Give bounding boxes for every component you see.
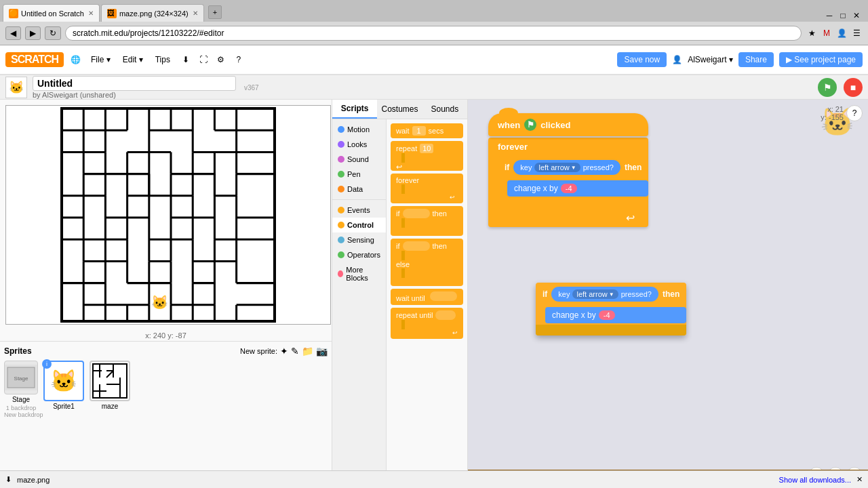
change-x2-block[interactable]: change x by -4	[545, 307, 686, 323]
sprites-panel: Sprites New sprite: ✦ ✎ 📁 📷	[0, 341, 332, 488]
category-data[interactable]: Data	[332, 182, 386, 197]
close-window-icon[interactable]: ✕	[850, 9, 863, 22]
category-operators-label: Operators	[347, 251, 380, 259]
browser-chrome: 🟠 Untitled on Scratch ✕ 🖼 maze.png (324×…	[0, 0, 868, 45]
repeat-input[interactable]: 10	[420, 144, 433, 153]
stop-button[interactable]: ■	[844, 78, 863, 97]
globe-icon[interactable]: 🌐	[69, 54, 81, 66]
category-control[interactable]: Control	[332, 218, 386, 232]
maze-sprite-item[interactable]: maze	[90, 361, 130, 411]
see-project-button[interactable]: ▶ See project page	[779, 52, 863, 67]
change-x2-value[interactable]: -4	[599, 310, 615, 320]
share-button[interactable]: Share	[738, 52, 774, 67]
key2-condition[interactable]: key left arrow ▼ pressed?	[551, 287, 658, 302]
category-events[interactable]: Events	[332, 203, 386, 218]
forever-end: ↩	[396, 194, 458, 201]
project-info: by AlSweigart (unshared)	[33, 76, 236, 99]
forever-script-block[interactable]: forever if key left arrow	[488, 138, 648, 227]
category-operators[interactable]: Operators	[332, 247, 386, 262]
file-menu[interactable]: File ▾	[87, 53, 115, 66]
bookmark-icon[interactable]: ★	[806, 27, 818, 39]
sprites-title: Sprites	[4, 346, 32, 356]
forward-button[interactable]: ▶	[25, 26, 41, 40]
sprite-version: v367	[244, 83, 259, 92]
tab-sounds[interactable]: Sounds	[422, 100, 467, 119]
dropdown-arrow-icon: ▼	[571, 165, 576, 171]
download-icon[interactable]: ⬇	[180, 54, 192, 66]
new-tab-button[interactable]: +	[208, 5, 222, 19]
help-scripts-button[interactable]: ?	[846, 105, 863, 121]
save-button[interactable]: Save now	[617, 52, 667, 67]
camera-sprite-icon[interactable]: 📷	[316, 346, 328, 357]
if-else-block[interactable]: if then else	[391, 239, 463, 286]
sprites-header: Sprites New sprite: ✦ ✎ 📁 📷	[4, 346, 328, 357]
help-icon[interactable]: ?	[233, 54, 245, 66]
if2-script-label: if	[542, 289, 547, 299]
toolbar-icons: ★ M 👤 ☰	[806, 27, 863, 39]
wait-until-block[interactable]: wait until	[391, 289, 463, 305]
wait-input[interactable]: 1	[412, 126, 426, 136]
tab-scratch-close[interactable]: ✕	[88, 9, 94, 17]
edit-menu[interactable]: Edit ▾	[119, 53, 147, 66]
reload-button[interactable]: ↻	[45, 26, 61, 40]
repeat-block[interactable]: repeat 10 ↩	[391, 141, 463, 171]
category-sensing[interactable]: Sensing	[332, 232, 386, 247]
forever-block[interactable]: forever ↩	[391, 174, 463, 203]
scripts-canvas[interactable]: when ⚑ clicked forever if	[468, 100, 868, 488]
forever-script-label: forever	[498, 142, 528, 152]
back-button[interactable]: ◀	[5, 26, 21, 40]
change-x-value[interactable]: -4	[561, 184, 577, 193]
coords-display: x: 21 y: -155	[821, 105, 844, 121]
menu-icon[interactable]: ☰	[850, 27, 863, 39]
mail-icon[interactable]: M	[821, 27, 833, 39]
key2-dropdown[interactable]: left arrow ▼	[572, 289, 618, 299]
change-x-block[interactable]: change x by -4	[507, 180, 648, 197]
category-pen[interactable]: Pen	[332, 167, 386, 182]
upload-sprite-icon[interactable]: 📁	[302, 346, 313, 357]
key-label: key	[520, 163, 532, 171]
hat-block-when-clicked[interactable]: when ⚑ clicked forever if	[488, 113, 648, 227]
tab-scripts[interactable]: Scripts	[332, 100, 377, 119]
user-avatar-icon: 👤	[672, 55, 682, 64]
operators-dot	[338, 251, 344, 258]
fullscreen-icon[interactable]: ⛶	[197, 54, 210, 66]
if-body	[401, 218, 458, 228]
settings-icon[interactable]: ⚙	[215, 54, 227, 66]
sprite1-item[interactable]: i 🐱 Sprite1	[43, 361, 84, 411]
category-motion[interactable]: Motion	[332, 122, 386, 137]
category-sound[interactable]: Sound	[332, 152, 386, 167]
user-icon[interactable]: 👤	[835, 27, 848, 39]
if-block[interactable]: if then	[391, 206, 463, 236]
category-more-blocks[interactable]: More Blocks	[332, 262, 386, 285]
key-condition[interactable]: key left arrow ▼ pressed?	[513, 160, 620, 175]
stage-sprite-item[interactable]: Stage Stage 1 backdrop	[4, 361, 38, 411]
then-script-label: then	[625, 163, 642, 172]
brush-new-sprite-icon[interactable]: ✎	[291, 346, 299, 357]
username-label[interactable]: AlSweigart ▾	[688, 55, 733, 64]
repeat-label: repeat	[396, 144, 417, 152]
maximize-icon[interactable]: □	[837, 9, 849, 22]
green-flag-button[interactable]: ⚑	[818, 78, 837, 97]
project-name-input[interactable]	[33, 76, 236, 91]
star-new-sprite-icon[interactable]: ✦	[280, 346, 288, 357]
if-script-block[interactable]: if key left arrow ▼ pressed?	[498, 156, 648, 209]
tab-scratch[interactable]: 🟠 Untitled on Scratch ✕	[3, 4, 100, 22]
pressed2-label: pressed?	[621, 290, 652, 298]
address-input[interactable]	[65, 26, 802, 41]
if-dragged-block[interactable]: if key left arrow ▼ pressed? then	[536, 283, 686, 336]
close-download-bar[interactable]: ✕	[856, 475, 863, 484]
tips-menu[interactable]: Tips	[151, 53, 174, 66]
wait-secs-block[interactable]: wait 1 secs	[391, 123, 463, 138]
minimize-icon[interactable]: ─	[823, 9, 835, 22]
repeat-until-block[interactable]: repeat until ↩	[391, 308, 463, 339]
key-dropdown[interactable]: left arrow ▼	[534, 163, 580, 172]
tab-maze[interactable]: 🖼 maze.png (324×324) ✕	[101, 4, 204, 22]
tab-costumes[interactable]: Costumes	[377, 100, 422, 119]
tab-maze-close[interactable]: ✕	[193, 9, 198, 17]
repeat-until-body	[401, 320, 458, 329]
download-filename: maze.png	[17, 476, 50, 484]
show-all-downloads[interactable]: Show all downloads...	[779, 476, 851, 484]
new-backdrop-label[interactable]: New backdrop	[4, 411, 328, 418]
tab-scratch-label: Untitled on Scratch	[21, 9, 84, 18]
category-looks[interactable]: Looks	[332, 137, 386, 152]
